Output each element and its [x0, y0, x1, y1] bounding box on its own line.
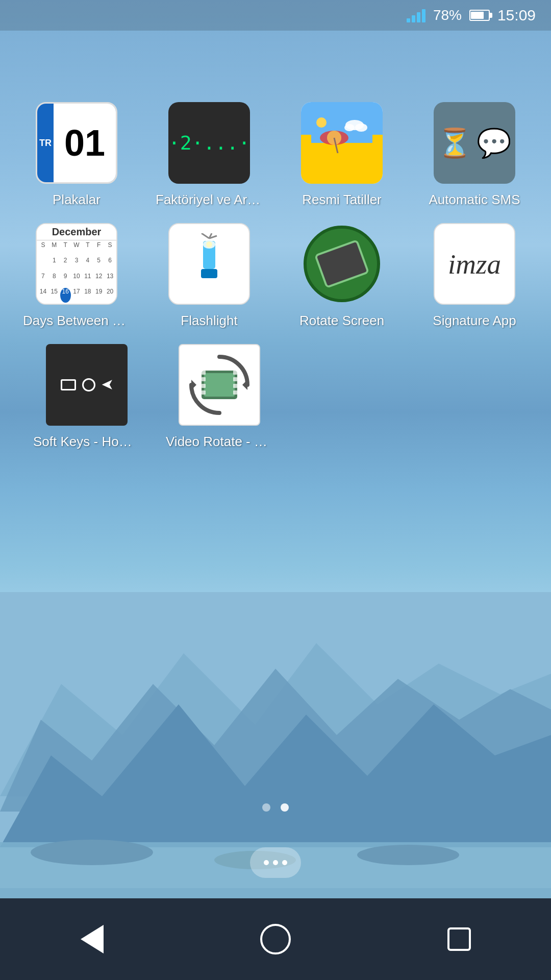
- svg-rect-10: [311, 143, 372, 174]
- status-bar: 78% 15:09: [0, 0, 551, 31]
- sk-arrow-icon: ➤: [102, 377, 113, 393]
- app-item-sms[interactable]: ⏳ 💬 Automatic SMS: [418, 102, 531, 208]
- signal-icon: [407, 8, 425, 22]
- svg-point-8: [357, 845, 459, 865]
- svg-rect-34: [233, 377, 237, 381]
- app-icon-sms: ⏳ 💬: [434, 102, 515, 184]
- app-label-sms: Automatic SMS: [429, 192, 520, 208]
- clock: 15:09: [497, 7, 536, 24]
- svg-line-18: [202, 233, 209, 238]
- faktoriyel-text: 1·2·...·n: [168, 132, 250, 154]
- drawer-dot-3: [282, 860, 287, 865]
- rotate-inner: [314, 239, 370, 289]
- calendar-body: S M T W T F S 1 2 3 4 5 6 7: [37, 240, 116, 304]
- signature-text: imza: [448, 248, 501, 280]
- app-icon-softkeys: ➤: [46, 344, 128, 426]
- sk-circle-icon: [82, 378, 95, 391]
- svg-point-17: [316, 117, 327, 128]
- home-button[interactable]: [245, 919, 306, 960]
- beach-svg: [311, 112, 372, 174]
- calendar-header: December: [37, 224, 116, 240]
- battery-icon: [469, 10, 490, 21]
- plakalar-blue-strip: TR: [37, 104, 54, 182]
- signal-bar-1: [407, 18, 410, 22]
- app-drawer-button[interactable]: [250, 847, 301, 878]
- drawer-dot-2: [273, 860, 278, 865]
- app-icon-faktoriyel: 1·2·...·n: [168, 102, 250, 184]
- app-icon-days: December S M T W T F S 1 2 3 4 5: [36, 223, 117, 305]
- page-dots: [0, 803, 551, 812]
- svg-rect-22: [201, 269, 217, 278]
- app-item-flashlight[interactable]: Flashlight: [153, 223, 265, 329]
- plakalar-number: 01: [54, 125, 116, 161]
- app-item-rotate[interactable]: Rotate Screen: [286, 223, 398, 329]
- app-label-rotate: Rotate Screen: [299, 313, 384, 329]
- app-item-days[interactable]: December S M T W T F S 1 2 3 4 5: [20, 223, 133, 329]
- app-icon-flashlight: [168, 223, 250, 305]
- app-icon-plakalar: TR 01: [36, 102, 117, 184]
- svg-point-16: [344, 124, 355, 131]
- app-item-faktoriyel[interactable]: 1·2·...·n Faktöriyel ve Ardış: [153, 102, 265, 208]
- video-rotate-inner: [180, 345, 259, 425]
- app-item-signature[interactable]: imza Signature App: [418, 223, 531, 329]
- app-label-faktoriyel: Faktöriyel ve Ardış: [156, 192, 263, 208]
- svg-rect-33: [233, 371, 237, 375]
- battery-fill: [471, 12, 484, 19]
- svg-rect-32: [202, 390, 206, 395]
- tatiller-beach: [301, 102, 383, 184]
- app-icon-rotate: [301, 223, 383, 305]
- app-label-signature: Signature App: [433, 313, 516, 329]
- svg-point-24: [206, 241, 212, 248]
- plakalar-tr-text: TR: [39, 138, 52, 149]
- back-arrow-icon: [81, 925, 104, 953]
- app-label-softkeys: Soft Keys - Home B: [33, 434, 140, 450]
- app-label-plakalar: Plakalar: [53, 192, 101, 208]
- svg-rect-36: [233, 390, 237, 395]
- navigation-bar: [0, 898, 551, 980]
- app-item-plakalar[interactable]: TR 01 Plakalar: [20, 102, 133, 208]
- app-item-videorotate[interactable]: Video Rotate - Flip: [163, 344, 276, 450]
- battery-percent: 78%: [433, 7, 462, 23]
- video-rotate-svg: [184, 349, 255, 421]
- recents-button[interactable]: [429, 919, 490, 960]
- signal-bar-4: [422, 9, 425, 22]
- app-icon-tatiller: [301, 102, 383, 184]
- svg-rect-30: [202, 377, 206, 381]
- rotate-circle: [304, 226, 380, 302]
- app-item-softkeys[interactable]: ➤ Soft Keys - Home B: [31, 344, 143, 450]
- hourglass-icon: ⏳: [437, 127, 472, 160]
- app-label-tatiller: Resmi Tatiller: [302, 192, 382, 208]
- app-item-tatiller[interactable]: Resmi Tatiller: [286, 102, 398, 208]
- svg-rect-28: [204, 373, 235, 397]
- svg-marker-25: [242, 380, 247, 390]
- svg-rect-31: [202, 384, 206, 388]
- svg-rect-29: [202, 371, 206, 375]
- app-label-days: Days Between Date: [23, 313, 130, 329]
- app-label-flashlight: Flashlight: [181, 313, 237, 329]
- signal-bar-2: [412, 15, 415, 22]
- page-dot-2[interactable]: [281, 803, 289, 812]
- speech-bubble-icon: 💬: [477, 127, 512, 160]
- app-row-2: December S M T W T F S 1 2 3 4 5: [10, 223, 541, 329]
- calendar-icon: December S M T W T F S 1 2 3 4 5: [37, 224, 116, 304]
- app-grid: TR 01 Plakalar 1·2·...·n Faktöriyel ve A…: [0, 102, 551, 465]
- app-icon-videorotate: [179, 344, 260, 426]
- app-icon-signature: imza: [434, 223, 515, 305]
- svg-rect-35: [233, 384, 237, 388]
- app-label-videorotate: Video Rotate - Flip: [166, 434, 273, 450]
- flashlight-svg: [184, 233, 235, 295]
- back-button[interactable]: [61, 919, 122, 960]
- sk-rect-icon: [61, 379, 76, 390]
- drawer-dot-1: [264, 860, 269, 865]
- svg-marker-26: [191, 380, 196, 390]
- app-row-1: TR 01 Plakalar 1·2·...·n Faktöriyel ve A…: [10, 102, 541, 208]
- svg-point-6: [31, 840, 153, 865]
- app-row-3: ➤ Soft Keys - Home B: [10, 344, 541, 450]
- signal-bar-3: [417, 12, 420, 22]
- svg-point-15: [355, 124, 367, 132]
- softkeys-inner: ➤: [46, 344, 128, 426]
- page-dot-1[interactable]: [262, 803, 270, 812]
- home-circle-icon: [260, 924, 291, 954]
- recents-square-icon: [447, 927, 471, 951]
